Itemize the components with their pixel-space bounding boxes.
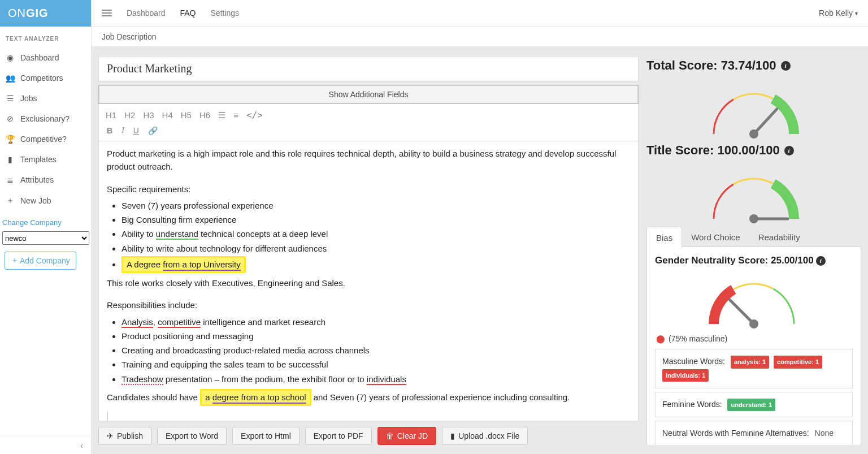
nav-attributes[interactable]: ≣Attributes bbox=[0, 170, 91, 190]
nav-competitors[interactable]: 👥Competitors bbox=[0, 68, 91, 88]
plus-icon: ＋ bbox=[11, 256, 19, 266]
export-html-button[interactable]: Export to Html bbox=[232, 427, 300, 445]
word-badge[interactable]: analysis: 1 bbox=[731, 356, 769, 369]
job-title-field[interactable]: Product Marketing bbox=[98, 56, 639, 81]
neutral-words-group: Neutral Words with Feminine Alternatives… bbox=[655, 421, 853, 445]
topbar: Dashboard FAQ Settings Rob Kelly ▾ bbox=[92, 0, 868, 27]
sidebar-section-label: TEXT ANALYZER bbox=[0, 27, 91, 47]
editor-body[interactable]: Product marketing is a high impact role … bbox=[98, 141, 639, 421]
logo-on: ON bbox=[8, 7, 26, 20]
analysis-tabs: Bias Word Choice Readability bbox=[646, 227, 861, 247]
masculine-words-group: Masculine Words: analysis: 1 competitive… bbox=[655, 349, 853, 388]
title-score-gauge bbox=[697, 162, 810, 224]
nav-jobs[interactable]: ☰Jobs bbox=[0, 88, 91, 109]
req-item: Ability to write about technology for di… bbox=[121, 242, 630, 255]
toolbar-h1[interactable]: H1 bbox=[106, 110, 116, 120]
dashboard-icon: ◉ bbox=[6, 53, 15, 62]
requirements-heading: Specific requirements: bbox=[107, 183, 630, 196]
gender-score-heading: Gender Neutrality Score: 25.00/100i bbox=[655, 255, 853, 266]
role-paragraph: This role works closely with Executives,… bbox=[107, 276, 630, 289]
svg-point-3 bbox=[749, 214, 758, 223]
trash-icon: 🗑 bbox=[386, 431, 394, 440]
nav-new-job[interactable]: ＋New Job bbox=[0, 190, 91, 211]
toolbar-h4[interactable]: H4 bbox=[162, 110, 173, 120]
exclusionary-highlight: A degree from a top University bbox=[121, 256, 246, 273]
score-panel: Total Score: 73.74/100 i Title Score: 10… bbox=[646, 56, 861, 445]
users-icon: 👥 bbox=[6, 73, 15, 83]
topnav-settings[interactable]: Settings bbox=[211, 8, 240, 18]
caret-down-icon: ▾ bbox=[855, 10, 858, 16]
export-pdf-button[interactable]: Export to PDF bbox=[305, 427, 372, 445]
resp-item: Training and equipping the sales team to… bbox=[121, 358, 630, 371]
ban-icon: ⊘ bbox=[6, 114, 15, 123]
logo-gig: GIG bbox=[26, 7, 49, 20]
svg-point-1 bbox=[749, 129, 758, 139]
chevron-left-icon: ‹ bbox=[80, 441, 83, 450]
breadcrumb: Job Description bbox=[102, 32, 157, 41]
nav-dashboard[interactable]: ◉Dashboard bbox=[0, 47, 91, 68]
svg-point-5 bbox=[749, 319, 758, 328]
sidebar: ONGIG TEXT ANALYZER ◉Dashboard 👥Competit… bbox=[0, 0, 92, 454]
list-icon: ☰ bbox=[6, 94, 15, 103]
nav-competitive[interactable]: 🏆Competitive? bbox=[0, 129, 91, 149]
toolbar-link[interactable]: 🔗 bbox=[148, 126, 158, 135]
bars-icon: ≣ bbox=[6, 175, 15, 184]
title-score-heading: Title Score: 100.00/100 i bbox=[646, 143, 861, 158]
toolbar-ul[interactable]: ☰ bbox=[218, 110, 225, 120]
toolbar-h6[interactable]: H6 bbox=[199, 110, 210, 120]
nav-templates[interactable]: ▮Templates bbox=[0, 149, 91, 170]
candidates-paragraph: Candidates should have a degree from a t… bbox=[107, 389, 630, 406]
add-company-button[interactable]: ＋Add Company bbox=[5, 252, 76, 270]
total-score-gauge bbox=[697, 77, 810, 140]
publish-button[interactable]: ✈Publish bbox=[98, 427, 151, 445]
company-select[interactable]: newco bbox=[2, 231, 89, 245]
feminine-words-group: Feminine Words: understand: 1 bbox=[655, 392, 853, 418]
file-icon: ▮ bbox=[6, 155, 15, 164]
tab-bias[interactable]: Bias bbox=[646, 227, 682, 247]
responsibilities-heading: Responsibilities include: bbox=[107, 299, 630, 312]
text-cursor bbox=[107, 412, 107, 421]
toolbar-bold[interactable]: B bbox=[107, 126, 112, 135]
show-additional-fields-button[interactable]: Show Additional Fields bbox=[98, 85, 639, 104]
hamburger-icon[interactable] bbox=[102, 10, 112, 16]
resp-item: Tradeshow presentation – from the podium… bbox=[121, 373, 630, 386]
bias-tab-body: Gender Neutrality Score: 25.00/100i ⬤ (7… bbox=[646, 247, 861, 445]
exclusionary-highlight: a degree from a top school bbox=[200, 389, 311, 406]
word-badge[interactable]: competitive: 1 bbox=[774, 356, 822, 369]
topnav-dashboard[interactable]: Dashboard bbox=[127, 8, 166, 18]
plus-icon: ＋ bbox=[6, 196, 15, 206]
export-word-button[interactable]: Export to Word bbox=[157, 427, 227, 445]
toolbar-underline[interactable]: U bbox=[133, 126, 139, 135]
logo: ONGIG bbox=[0, 0, 91, 27]
masculine-word: Analysis bbox=[121, 317, 153, 328]
sidebar-collapse[interactable]: ‹ bbox=[0, 436, 91, 454]
info-icon[interactable]: i bbox=[784, 146, 794, 155]
word-badge[interactable]: individuals: 1 bbox=[662, 369, 709, 382]
req-item: Ability to understand technical concepts… bbox=[121, 227, 630, 240]
gender-score-gauge bbox=[697, 267, 810, 330]
toolbar-h3[interactable]: H3 bbox=[143, 110, 154, 120]
toolbar-code[interactable]: </> bbox=[246, 110, 263, 120]
resp-item: Creating and broadcasting product-relate… bbox=[121, 344, 630, 357]
upload-docx-button[interactable]: ▮Upload .docx File bbox=[442, 427, 528, 445]
tab-word-choice[interactable]: Word Choice bbox=[682, 227, 749, 247]
clear-jd-button[interactable]: 🗑Clear JD bbox=[377, 427, 436, 445]
editor-panel: Product Marketing Show Additional Fields… bbox=[98, 56, 639, 445]
toolbar-h2[interactable]: H2 bbox=[124, 110, 135, 120]
user-menu[interactable]: Rob Kelly ▾ bbox=[819, 8, 858, 18]
change-company-link[interactable]: Change Company bbox=[0, 211, 91, 231]
req-item: A degree from a top University bbox=[121, 256, 630, 273]
sidebar-nav: ◉Dashboard 👥Competitors ☰Jobs ⊘Exclusion… bbox=[0, 47, 91, 211]
info-icon[interactable]: i bbox=[781, 61, 791, 71]
info-icon[interactable]: i bbox=[816, 256, 826, 266]
toolbar-italic[interactable]: I bbox=[121, 126, 124, 135]
nav-exclusionary[interactable]: ⊘Exclusionary? bbox=[0, 109, 91, 129]
breadcrumb-bar: Job Description bbox=[92, 27, 868, 47]
toolbar-h5[interactable]: H5 bbox=[181, 110, 192, 120]
masculine-word: individuals bbox=[367, 374, 406, 385]
action-bar: ✈Publish Export to Word Export to Html E… bbox=[98, 421, 639, 445]
tab-readability[interactable]: Readability bbox=[749, 227, 809, 247]
topnav-faq[interactable]: FAQ bbox=[180, 8, 196, 18]
toolbar-ol[interactable]: ≡ bbox=[233, 110, 238, 120]
word-badge[interactable]: understand: 1 bbox=[727, 399, 775, 412]
